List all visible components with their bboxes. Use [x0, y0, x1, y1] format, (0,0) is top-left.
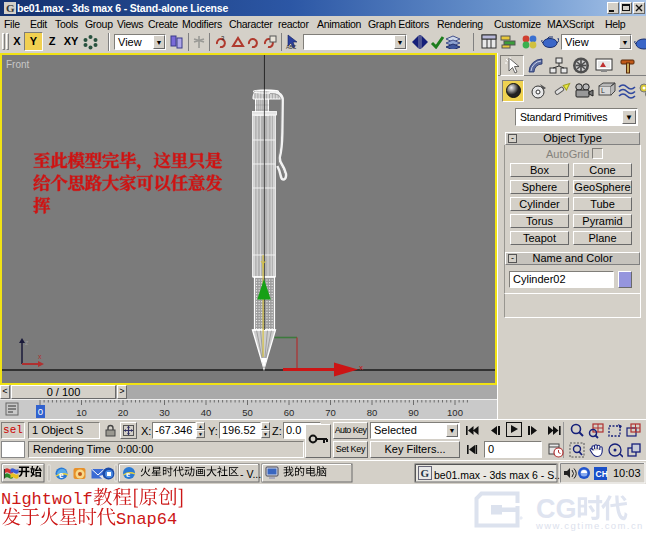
svg-text:50: 50: [242, 407, 253, 418]
svg-text:x: x: [359, 363, 363, 372]
svg-text:G: G: [6, 2, 15, 14]
svg-text:www.cgtime.com.cn: www.cgtime.com.cn: [535, 520, 644, 531]
svg-text:CH: CH: [596, 469, 608, 479]
svg-text:G: G: [421, 467, 430, 479]
svg-text:x: x: [38, 353, 42, 360]
svg-text:z: z: [25, 339, 29, 346]
svg-text:90: 90: [408, 407, 419, 418]
svg-text:Front: Front: [6, 59, 30, 70]
svg-text:30: 30: [159, 407, 170, 418]
svg-text:L: L: [601, 87, 605, 94]
svg-text:80: 80: [367, 407, 378, 418]
svg-text:be01.max - 3ds max 6 - S...: be01.max - 3ds max 6 - S...: [434, 469, 563, 481]
svg-text:Nightwolf: Nightwolf: [1, 490, 93, 509]
svg-text:Snap64: Snap64: [116, 510, 177, 529]
svg-text:e: e: [59, 469, 64, 480]
svg-text:70: 70: [325, 407, 336, 418]
svg-text:100: 100: [447, 407, 463, 418]
svg-text:40: 40: [201, 407, 212, 418]
svg-text:ABC: ABC: [286, 44, 297, 50]
svg-text:60: 60: [284, 407, 295, 418]
svg-text:20: 20: [118, 407, 129, 418]
svg-text:e: e: [126, 469, 130, 479]
svg-text:0: 0: [38, 406, 43, 417]
svg-text:- V...: - V...: [240, 468, 261, 480]
svg-text:10: 10: [76, 407, 87, 418]
svg-text:10:03: 10:03: [613, 467, 641, 479]
